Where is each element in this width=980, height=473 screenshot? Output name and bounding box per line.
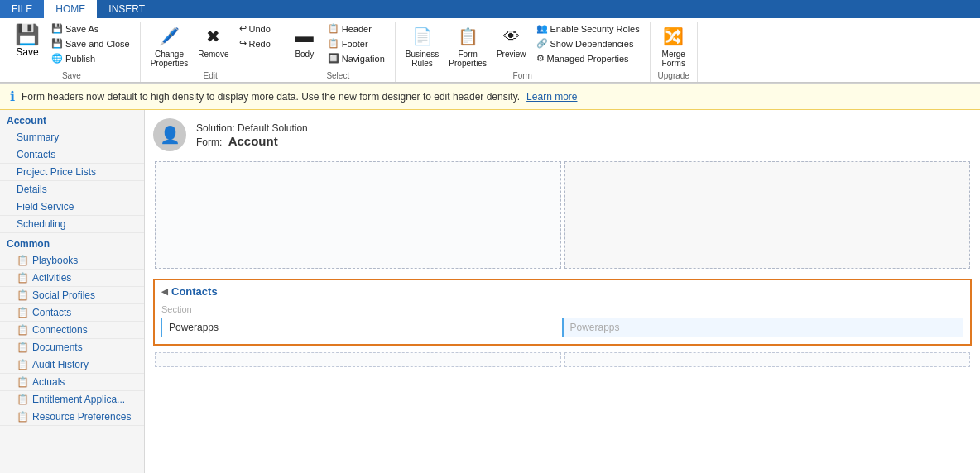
upgrade-group-items: 🔀 MergeForms <box>657 22 690 69</box>
save-close-icon: 💾 <box>51 38 63 49</box>
nav-item-entitlement[interactable]: 📋Entitlement Applica... <box>0 391 144 408</box>
learn-more-link[interactable]: Learn more <box>526 91 577 103</box>
remove-icon: ✖ <box>200 23 227 50</box>
contacts-section-title: Contacts <box>171 285 218 298</box>
nav-item-project-price-lists[interactable]: Project Price Lists <box>0 164 144 181</box>
avatar: 👤 <box>153 118 186 151</box>
select-group-label: Select <box>326 71 349 80</box>
form-bottom-row <box>153 351 972 369</box>
edit-group-items: 🖊️ Change Properties ✖ Remove ↩ Undo ↪ R… <box>147 22 274 69</box>
common-section-header: Common <box>0 233 144 252</box>
powerapps-row: Powerapps Powerapps <box>161 318 963 337</box>
nav-item-summary[interactable]: Summary <box>0 129 144 146</box>
nav-item-activities[interactable]: 📋Activities <box>0 270 144 287</box>
form-bottom-cell-right <box>564 352 971 367</box>
undo-redo-col: ↩ Undo ↪ Redo <box>236 22 274 50</box>
upgrade-group-label: Upgrade <box>658 71 689 80</box>
remove-button[interactable]: ✖ Remove <box>195 22 232 60</box>
security-icon: 👥 <box>536 23 548 34</box>
save-as-button[interactable]: 💾 Save As <box>48 22 133 36</box>
save-as-icon: 💾 <box>51 23 63 34</box>
ribbon-group-select: ▬ Body 📋 Header 📋 Footer 🔲 Navigation <box>281 22 396 82</box>
header-button[interactable]: 📋 Header <box>324 22 388 36</box>
body-button[interactable]: ▬ Body <box>288 22 321 60</box>
header-footer-col: 📋 Header 📋 Footer 🔲 Navigation <box>324 22 388 65</box>
navigation-icon: 🔲 <box>328 53 339 64</box>
save-group-items: 💾 Save 💾 Save As 💾 Save and Close 🌐 Publ… <box>10 22 133 69</box>
nav-item-connections[interactable]: 📋Connections <box>0 322 144 339</box>
footer-icon: 📋 <box>328 38 339 49</box>
managed-properties-button[interactable]: ⚙ Managed Properties <box>533 51 643 65</box>
form-options-col: 👥 Enable Security Roles 🔗 Show Dependenc… <box>533 22 643 65</box>
form-label: Form: <box>196 136 222 148</box>
merge-forms-button[interactable]: 🔀 MergeForms <box>657 22 690 69</box>
ribbon-group-form: 📄 BusinessRules 📋 FormProperties 👁 Previ… <box>396 22 651 82</box>
save-col: 💾 Save As 💾 Save and Close 🌐 Publish <box>48 22 133 65</box>
nav-item-documents[interactable]: 📋Documents <box>0 339 144 356</box>
form-properties-button[interactable]: 📋 FormProperties <box>445 22 490 69</box>
contacts-icon: 📋 <box>17 307 29 318</box>
save-group-label: Save <box>62 71 81 80</box>
ribbon-tab-bar: FILE HOME INSERT <box>0 0 980 18</box>
form-top-row <box>153 160 972 270</box>
header-icon: 📋 <box>328 23 339 34</box>
playbooks-icon: 📋 <box>17 255 29 266</box>
contacts-inner: Section Powerapps Powerapps <box>155 299 970 344</box>
powerapps-cell-right: Powerapps <box>563 318 964 337</box>
business-rules-icon: 📄 <box>409 23 435 50</box>
solution-line: Solution: Default Solution <box>196 122 308 134</box>
tab-home[interactable]: HOME <box>44 0 97 18</box>
ribbon-group-edit: 🖊️ Change Properties ✖ Remove ↩ Undo ↪ R… <box>141 22 281 82</box>
preview-button[interactable]: 👁 Preview <box>493 22 530 60</box>
ribbon-group-save: 💾 Save 💾 Save As 💾 Save and Close 🌐 Publ… <box>3 22 141 82</box>
nav-item-scheduling[interactable]: Scheduling <box>0 216 144 233</box>
publish-button[interactable]: 🌐 Publish <box>48 51 133 65</box>
form-col-left <box>155 161 561 269</box>
form-name-line: Form: Account <box>196 134 308 148</box>
solution-label: Solution: <box>196 122 235 134</box>
form-group-items: 📄 BusinessRules 📋 FormProperties 👁 Previ… <box>402 22 643 69</box>
show-dependencies-button[interactable]: 🔗 Show Dependencies <box>533 36 643 50</box>
edit-group-label: Edit <box>204 71 218 80</box>
social-profiles-icon: 📋 <box>17 289 29 301</box>
left-nav: Account Summary Contacts Project Price L… <box>0 110 145 473</box>
nav-item-details[interactable]: Details <box>0 181 144 198</box>
notification-text: Form headers now default to high density… <box>22 91 520 103</box>
documents-icon: 📋 <box>17 342 29 353</box>
nav-item-contacts-common[interactable]: 📋Contacts <box>0 304 144 322</box>
nav-item-resource-preferences[interactable]: 📋Resource Preferences <box>0 408 144 426</box>
ribbon-group-upgrade: 🔀 MergeForms Upgrade <box>651 22 698 82</box>
nav-item-playbooks[interactable]: 📋Playbooks <box>0 252 144 270</box>
redo-button[interactable]: ↪ Redo <box>236 36 274 50</box>
ribbon: FILE HOME INSERT 💾 Save 💾 Save As 💾 Sa <box>0 0 980 84</box>
notification-bar: ℹ Form headers now default to high densi… <box>0 84 980 110</box>
enable-security-button[interactable]: 👥 Enable Security Roles <box>533 22 643 36</box>
contacts-section-header: ◀ Contacts <box>155 280 970 299</box>
nav-item-field-service[interactable]: Field Service <box>0 198 144 216</box>
section-label: Section <box>161 303 963 318</box>
save-button[interactable]: 💾 Save <box>10 22 45 60</box>
navigation-button[interactable]: 🔲 Navigation <box>324 51 388 65</box>
tab-file[interactable]: FILE <box>0 0 44 18</box>
form-col-right <box>564 161 971 269</box>
change-properties-button[interactable]: 🖊️ Change Properties <box>147 22 192 69</box>
form-content: 👤 Solution: Default Solution Form: Accou… <box>145 110 980 473</box>
nav-item-social-profiles[interactable]: 📋Social Profiles <box>0 287 144 304</box>
nav-item-audit-history[interactable]: 📋Audit History <box>0 356 144 374</box>
form-header: 👤 Solution: Default Solution Form: Accou… <box>153 118 972 151</box>
nav-item-contacts[interactable]: Contacts <box>0 146 144 164</box>
preview-icon: 👁 <box>498 23 525 50</box>
body-icon: ▬ <box>291 23 318 50</box>
nav-item-actuals[interactable]: 📋Actuals <box>0 374 144 391</box>
save-close-button[interactable]: 💾 Save and Close <box>48 36 133 50</box>
undo-icon: ↩ <box>239 23 247 34</box>
redo-icon: ↪ <box>239 38 247 49</box>
form-properties-icon: 📋 <box>454 23 481 50</box>
undo-button[interactable]: ↩ Undo <box>236 22 274 36</box>
account-section-header: Account <box>0 110 144 129</box>
business-rules-button[interactable]: 📄 BusinessRules <box>402 22 443 69</box>
form-group-label: Form <box>513 71 532 80</box>
collapse-icon[interactable]: ◀ <box>161 287 168 296</box>
tab-insert[interactable]: INSERT <box>97 0 156 18</box>
footer-button[interactable]: 📋 Footer <box>324 36 388 50</box>
